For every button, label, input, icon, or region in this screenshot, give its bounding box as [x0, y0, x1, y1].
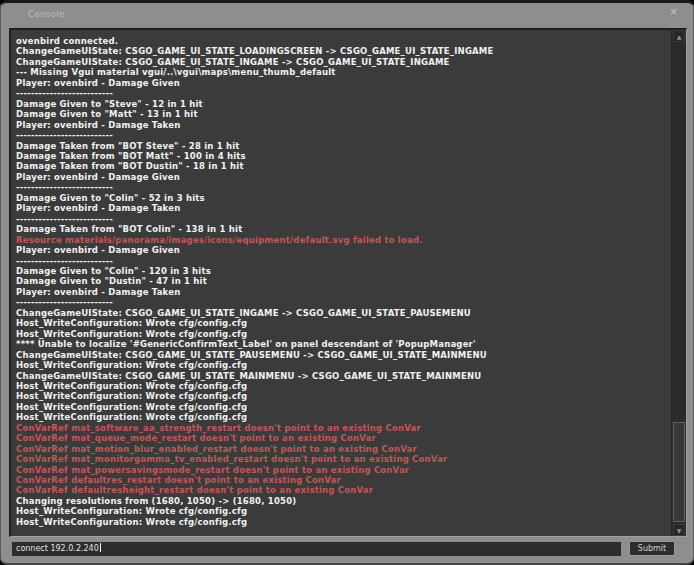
- console-line: ConVarRef mat_motion_blur_enabled_restar…: [16, 444, 670, 454]
- console-line: Host_WriteConfiguration: Wrote cfg/confi…: [16, 506, 670, 516]
- console-line: ChangeGameUIState: CSGO_GAME_UI_STATE_MA…: [16, 371, 670, 381]
- console-output: ovenbird connected.ChangeGameUIState: CS…: [9, 28, 687, 537]
- command-text: connect 192.0.2.240: [16, 544, 99, 553]
- console-line: Player: ovenbird - Damage Given: [16, 245, 670, 255]
- console-line: Host_WriteConfiguration: Wrote cfg/confi…: [16, 329, 670, 339]
- console-line: Damage Given to "Dustin" - 47 in 1 hit: [16, 276, 670, 286]
- console-line: Player: ovenbird - Damage Given: [16, 172, 670, 182]
- console-line: ConVarRef mat_software_aa_strength_resta…: [16, 423, 670, 433]
- console-line: Damage Taken from "BOT Colin" - 138 in 1…: [16, 224, 670, 234]
- console-line: ChangeGameUIState: CSGO_GAME_UI_STATE_IN…: [16, 57, 670, 67]
- console-output-lines: ovenbird connected.ChangeGameUIState: CS…: [11, 30, 670, 536]
- console-line: Damage Given to "Colin" - 52 in 3 hits: [16, 193, 670, 203]
- console-line: Host_WriteConfiguration: Wrote cfg/confi…: [16, 402, 670, 412]
- console-line: ConVarRef defaultresheight_restart doesn…: [16, 485, 670, 495]
- close-icon[interactable]: ×: [670, 6, 678, 18]
- console-line: ConVarRef defaultres_restart doesn't poi…: [16, 475, 670, 485]
- console-line: --- Missing Vgui material vgui/..\vgui\m…: [16, 67, 670, 77]
- console-line: Damage Taken from "BOT Matt" - 100 in 4 …: [16, 151, 670, 161]
- console-line: Host_WriteConfiguration: Wrote cfg/confi…: [16, 360, 670, 370]
- console-line: --------------------------: [16, 256, 670, 266]
- window-title: Console: [28, 9, 65, 19]
- console-window: Console × ovenbird connected.ChangeGameU…: [0, 0, 694, 565]
- scroll-down-button[interactable]: ▼: [673, 524, 685, 536]
- console-line: --------------------------: [16, 88, 670, 98]
- console-line: Host_WriteConfiguration: Wrote cfg/confi…: [16, 391, 670, 401]
- console-line: ChangeGameUIState: CSGO_GAME_UI_STATE_LO…: [16, 46, 670, 56]
- console-line: --------------------------: [16, 182, 670, 192]
- console-line: Damage Taken from "BOT Steve" - 28 in 1 …: [16, 141, 670, 151]
- title-bar[interactable]: Console ×: [1, 3, 693, 28]
- console-line: Player: ovenbird - Damage Taken: [16, 203, 670, 213]
- console-line: Resource materials/panorama/images/icons…: [16, 235, 670, 245]
- console-line: Host_WriteConfiguration: Wrote cfg/confi…: [16, 381, 670, 391]
- console-line: Host_WriteConfiguration: Wrote cfg/confi…: [16, 517, 670, 527]
- console-line: Changing resolutions from (1680, 1050) -…: [16, 496, 670, 506]
- console-line: Damage Given to "Steve" - 12 in 1 hit: [16, 99, 670, 109]
- console-line: --------------------------: [16, 297, 670, 307]
- text-cursor: [100, 543, 101, 552]
- console-line: --------------------------: [16, 214, 670, 224]
- console-line: Host_WriteConfiguration: Wrote cfg/confi…: [16, 318, 670, 328]
- command-row: connect 192.0.2.240 Submit: [9, 540, 687, 557]
- submit-button[interactable]: Submit: [629, 541, 675, 556]
- console-line: ovenbird connected.: [16, 36, 670, 46]
- console-line: Player: ovenbird - Damage Taken: [16, 120, 670, 130]
- console-line: --------------------------: [16, 130, 670, 140]
- console-line: ChangeGameUIState: CSGO_GAME_UI_STATE_IN…: [16, 308, 670, 318]
- console-line: Damage Given to "Colin" - 120 in 3 hits: [16, 266, 670, 276]
- console-line: **** Unable to localize '#GenericConfirm…: [16, 339, 670, 349]
- console-line: Host_WriteConfiguration: Wrote cfg/confi…: [16, 412, 670, 422]
- console-command-input[interactable]: connect 192.0.2.240: [11, 541, 622, 557]
- console-line: Player: ovenbird - Damage Given: [16, 78, 670, 88]
- scroll-up-button[interactable]: ▲: [673, 30, 685, 42]
- console-line: Damage Taken from "BOT Dustin" - 18 in 1…: [16, 161, 670, 171]
- scrollbar[interactable]: ▲ ▼: [671, 30, 686, 536]
- console-line: ConVarRef mat_monitorgamma_tv_enabled_re…: [16, 454, 670, 464]
- console-line: ConVarRef mat_queue_mode_restart doesn't…: [16, 433, 670, 443]
- console-line: ChangeGameUIState: CSGO_GAME_UI_STATE_PA…: [16, 350, 670, 360]
- console-line: Damage Given to "Matt" - 13 in 1 hit: [16, 109, 670, 119]
- scrollbar-thumb[interactable]: [673, 422, 685, 522]
- console-line: ConVarRef mat_powersavingsmode_restart d…: [16, 465, 670, 475]
- console-line: Player: ovenbird - Damage Taken: [16, 287, 670, 297]
